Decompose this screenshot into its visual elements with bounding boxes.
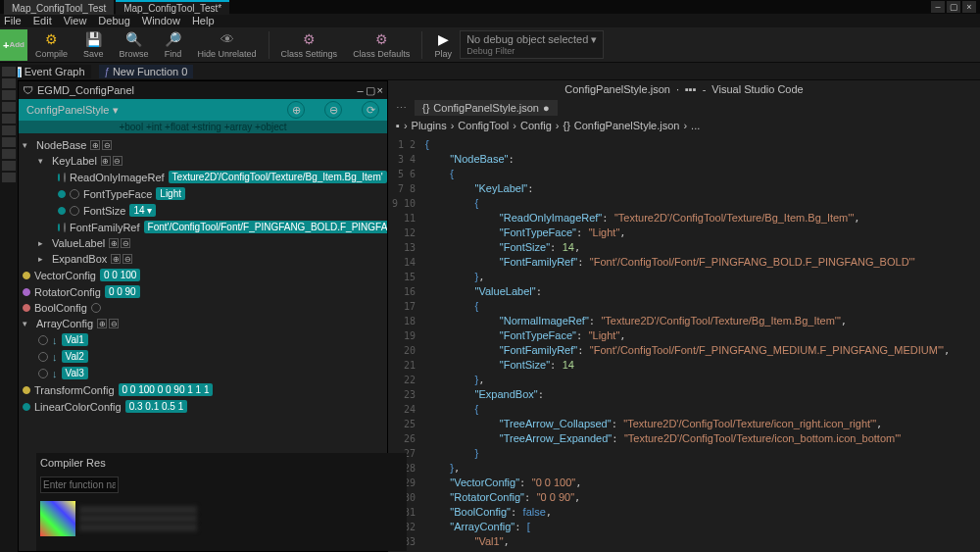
val-fontsize[interactable]: 14 ▾ bbox=[129, 204, 156, 217]
vscode-window: ConfigPanelStyle.json·▪▪▪-Visual Studio … bbox=[388, 80, 980, 552]
field-fontfamily[interactable]: FontFamilyRef bbox=[70, 222, 140, 233]
val-fontfamily[interactable]: Font'/ConfigTool/Font/F_PINGFANG_BOLD.F_… bbox=[144, 221, 387, 233]
menu-debug[interactable]: Debug bbox=[98, 15, 129, 26]
tree-valuelabel[interactable]: ValueLabel bbox=[52, 237, 105, 249]
field-bool[interactable]: BoolConfig bbox=[34, 302, 87, 314]
val-val2[interactable]: Val2 bbox=[62, 350, 88, 363]
tree-expandbox[interactable]: ExpandBox bbox=[52, 253, 107, 265]
plus-icon[interactable]: ⊕ bbox=[287, 101, 305, 119]
val-vector[interactable]: 0 0 100 bbox=[100, 269, 140, 281]
code-editor[interactable]: { "NodeBase": { "KeyLabel": { "ReadOnlyI… bbox=[421, 133, 980, 552]
field-array[interactable]: ArrayConfig bbox=[36, 318, 93, 329]
minimize-icon[interactable]: – bbox=[357, 84, 363, 97]
val-readonlyimage[interactable]: Texture2D'/ConfigTool/Texture/Bg_Item.Bg… bbox=[169, 171, 387, 183]
close-icon[interactable]: × bbox=[377, 84, 383, 97]
menu-window[interactable]: Window bbox=[142, 15, 180, 26]
window-tab-strip: Map_ConfigTool_Test Map_ConfigTool_Test*… bbox=[0, 0, 980, 14]
minus-icon[interactable]: ⊖ bbox=[324, 101, 342, 119]
save-button[interactable]: 💾Save bbox=[75, 27, 112, 63]
menu-help[interactable]: Help bbox=[192, 15, 215, 26]
bottom-panel: Compiler Res bbox=[36, 453, 407, 551]
window-tab-active[interactable]: Map_ConfigTool_Test* bbox=[116, 0, 229, 15]
val-rotator[interactable]: 0 0 90 bbox=[105, 285, 140, 298]
vscode-file: ConfigPanelStyle.json bbox=[564, 83, 670, 95]
field-linearcolor[interactable]: LinearColorConfig bbox=[34, 401, 122, 413]
field-fonttypeface[interactable]: FontTypeFace bbox=[83, 188, 152, 200]
val-val3[interactable]: Val3 bbox=[62, 367, 88, 379]
maximize-icon[interactable]: ▢ bbox=[366, 84, 375, 97]
panel-header: ConfigPanelStyle ▾ ⊕ ⊖ ⟳ bbox=[19, 99, 387, 121]
panel-title: ConfigPanelStyle bbox=[26, 104, 109, 116]
close-icon[interactable]: × bbox=[962, 1, 976, 13]
menu-bar: File Edit View Debug Window Help bbox=[0, 14, 980, 27]
find-button[interactable]: 🔎Find bbox=[157, 27, 190, 63]
minimize-icon[interactable]: – bbox=[931, 1, 945, 13]
class-defaults-button[interactable]: ⚙Class Defaults bbox=[345, 27, 417, 63]
bool-checkbox[interactable] bbox=[91, 303, 101, 313]
vscode-title: Visual Studio Code bbox=[711, 83, 803, 95]
val-transform[interactable]: 0 0 100 0 0 90 1 1 1 bbox=[119, 383, 214, 396]
panel-tab[interactable]: EGMD_ConfigPanel bbox=[37, 84, 134, 96]
window-tab[interactable]: Map_ConfigTool_Test bbox=[4, 0, 114, 15]
tree-nodebase[interactable]: NodeBase bbox=[36, 139, 86, 151]
add-button[interactable]: +Add bbox=[0, 29, 27, 61]
window-controls: – ▢ × bbox=[931, 1, 976, 13]
function-search-input[interactable] bbox=[40, 477, 119, 493]
tab-new-function[interactable]: ƒ New Function 0 bbox=[99, 65, 194, 78]
side-gutter bbox=[0, 63, 18, 552]
debug-object-select[interactable]: No debug object selected ▾ Debug Filter bbox=[460, 30, 604, 59]
compiler-label: Compiler Res bbox=[40, 457, 106, 469]
tree-keylabel[interactable]: KeyLabel bbox=[52, 155, 97, 167]
play-button[interactable]: ▶Play bbox=[426, 27, 460, 63]
val-val1[interactable]: Val1 bbox=[62, 333, 88, 346]
field-readonlyimage[interactable]: ReadOnlyImageRef bbox=[70, 172, 165, 183]
explorer-icon[interactable]: ⋯ bbox=[396, 102, 407, 115]
menu-view[interactable]: View bbox=[64, 15, 87, 26]
field-fontsize[interactable]: FontSize bbox=[83, 205, 125, 217]
class-settings-button[interactable]: ⚙Class Settings bbox=[273, 27, 346, 63]
menu-edit[interactable]: Edit bbox=[33, 15, 52, 26]
field-vector[interactable]: VectorConfig bbox=[34, 270, 96, 281]
thumb-icon bbox=[40, 501, 75, 536]
field-transform[interactable]: TransformConfig bbox=[34, 384, 115, 396]
graph-tab-bar: 📊 Event Graph ƒ New Function 0 bbox=[0, 63, 980, 80]
refresh-icon[interactable]: ⟳ bbox=[362, 101, 379, 119]
field-rotator[interactable]: RotatorConfig bbox=[34, 286, 101, 298]
val-linearcolor[interactable]: 0.3 0.1 0.5 1 bbox=[125, 400, 188, 413]
hide-button[interactable]: 👁Hide Unrelated bbox=[190, 27, 265, 63]
menu-file[interactable]: File bbox=[4, 15, 22, 26]
toolbar: +Add ⚙Compile 💾Save 🔍Browse 🔎Find 👁Hide … bbox=[0, 27, 980, 63]
editor-tab[interactable]: {}ConfigPanelStyle.json● bbox=[415, 100, 558, 116]
val-fonttypeface[interactable]: Light bbox=[156, 187, 185, 200]
compile-button[interactable]: ⚙Compile bbox=[27, 27, 75, 63]
maximize-icon[interactable]: ▢ bbox=[947, 1, 960, 13]
vscode-breadcrumb: ▪› Plugins› ConfigTool› Config› {} Confi… bbox=[388, 118, 980, 133]
config-panel-window: 🛡 EGMD_ConfigPanel –▢× ConfigPanelStyle … bbox=[18, 80, 388, 552]
type-hint: +bool +int +float +string +array +object bbox=[19, 121, 387, 133]
browse-button[interactable]: 🔍Browse bbox=[112, 27, 157, 63]
